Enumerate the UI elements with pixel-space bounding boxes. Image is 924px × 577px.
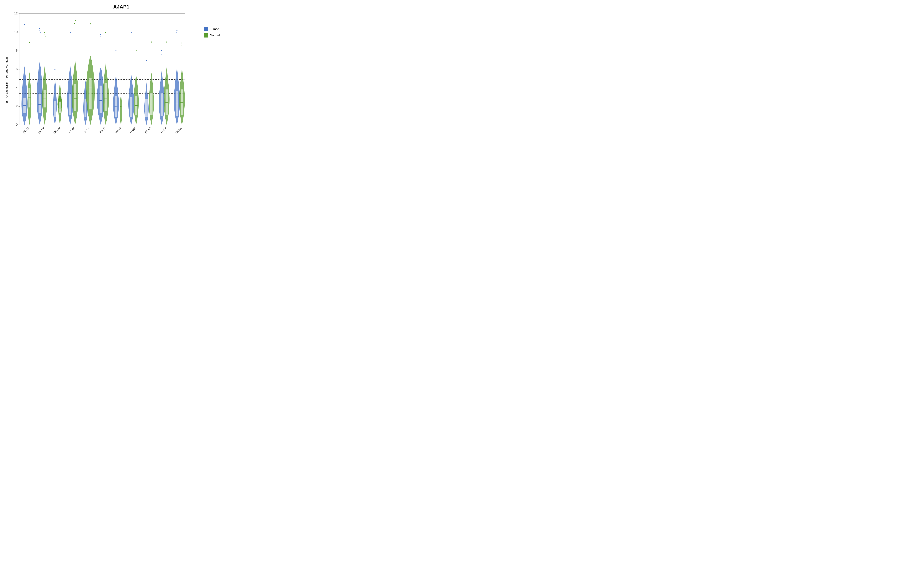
svg-point-57 [105,32,106,33]
svg-point-89 [181,45,182,46]
svg-rect-79 [160,93,163,116]
plot-and-legend: 0 2 4 6 8 10 12 [10,12,227,139]
svg-text:0: 0 [16,123,18,126]
svg-text:HNSC: HNSC [68,126,76,134]
svg-text:10: 10 [14,30,18,34]
svg-text:COAD: COAD [53,126,61,134]
svg-point-27 [39,30,39,31]
chart-container: AJAP1 mRNA Expression (RNASeq V2, log2) [0,0,231,144]
svg-point-32 [44,34,44,35]
svg-point-54 [100,36,100,37]
svg-text:4: 4 [16,86,18,89]
svg-rect-58 [105,83,107,111]
legend: Tumor Normal [200,12,227,139]
svg-text:LUAD: LUAD [114,126,122,134]
svg-point-33 [45,36,45,37]
svg-point-41 [70,32,71,33]
svg-point-64 [120,106,121,107]
svg-point-65 [131,32,132,33]
svg-text:KICH: KICH [84,127,91,134]
svg-point-85 [176,32,177,33]
svg-point-71 [146,60,147,61]
main-plot: 0 2 4 6 8 10 12 [10,12,200,139]
svg-rect-90 [181,89,183,115]
svg-point-36 [55,69,55,70]
svg-point-88 [181,42,182,44]
svg-text:PRAD: PRAD [144,126,152,134]
svg-rect-50 [89,78,92,109]
svg-point-52 [90,23,91,24]
svg-point-28 [40,32,40,33]
legend-item-tumor: Tumor [204,27,227,31]
legend-box-normal [204,33,208,37]
svg-point-84 [176,30,178,31]
svg-point-77 [161,50,162,52]
svg-point-60 [115,50,116,52]
svg-text:BRCA: BRCA [37,126,45,134]
svg-rect-82 [166,89,168,115]
svg-rect-29 [39,93,41,113]
svg-point-74 [151,42,152,42]
svg-text:KIRC: KIRC [99,126,106,134]
svg-point-81 [166,42,167,42]
svg-rect-55 [100,85,102,113]
legend-label-tumor: Tumor [210,27,219,31]
y-axis-label: mRNA Expression (RNASeq V2, log2) [4,12,10,139]
svg-rect-46 [74,84,76,111]
svg-text:12: 12 [14,12,18,15]
svg-text:LUSC: LUSC [129,126,137,134]
svg-point-22 [29,42,30,43]
svg-point-63 [115,106,116,107]
svg-rect-42 [69,93,71,115]
svg-rect-39 [59,102,61,113]
svg-text:2: 2 [16,104,18,108]
svg-point-23 [29,45,29,46]
svg-point-53 [100,34,101,35]
svg-text:UCEC: UCEC [174,126,183,134]
svg-text:THCA: THCA [160,126,167,134]
svg-point-19 [24,27,24,27]
chart-title: AJAP1 [15,4,227,10]
svg-point-78 [161,54,162,55]
svg-text:6: 6 [16,67,18,71]
legend-label-normal: Normal [210,34,220,37]
svg-rect-86 [176,91,178,116]
svg-point-68 [136,50,137,52]
legend-box-tumor [204,27,208,31]
svg-text:8: 8 [16,49,18,52]
svg-point-26 [39,28,40,29]
legend-item-normal: Normal [204,33,227,37]
svg-point-44 [75,20,76,21]
svg-text:BLCA: BLCA [23,126,30,134]
svg-point-45 [74,23,75,24]
svg-point-31 [44,32,45,33]
svg-rect-34 [44,90,46,107]
plot-wrapper: 0 2 4 6 8 10 12 [10,12,200,139]
svg-point-18 [24,24,25,25]
chart-area: mRNA Expression (RNASeq V2, log2) 0 [4,12,227,139]
